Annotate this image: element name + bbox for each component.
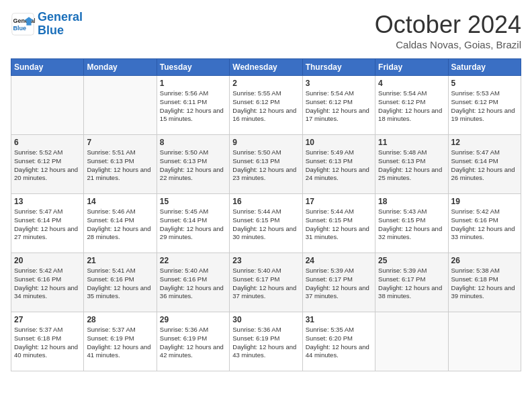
day-info: Sunrise: 5:40 AM Sunset: 6:17 PM Dayligh…	[232, 267, 299, 301]
calendar-week-row: 6Sunrise: 5:52 AM Sunset: 6:12 PM Daylig…	[11, 135, 521, 194]
day-number: 8	[160, 138, 226, 147]
svg-text:General: General	[13, 17, 35, 24]
svg-text:Blue: Blue	[13, 25, 27, 32]
day-info: Sunrise: 5:49 AM Sunset: 6:13 PM Dayligh…	[306, 148, 372, 183]
day-info: Sunrise: 5:44 AM Sunset: 6:15 PM Dayligh…	[232, 208, 299, 242]
table-row	[84, 76, 157, 135]
day-info: Sunrise: 5:37 AM Sunset: 6:19 PM Dayligh…	[87, 326, 153, 360]
table-row: 1Sunrise: 5:56 AM Sunset: 6:11 PM Daylig…	[157, 76, 229, 135]
table-row: 26Sunrise: 5:38 AM Sunset: 6:18 PM Dayli…	[448, 253, 521, 312]
page-header: General Blue General Blue October 2024 C…	[11, 11, 521, 50]
day-info: Sunrise: 5:51 AM Sunset: 6:13 PM Dayligh…	[87, 148, 153, 183]
day-info: Sunrise: 5:46 AM Sunset: 6:14 PM Dayligh…	[87, 208, 153, 242]
calendar-table: Sunday Monday Tuesday Wednesday Thursday…	[11, 58, 521, 371]
day-number: 4	[378, 79, 445, 88]
day-number: 25	[378, 256, 445, 265]
day-number: 6	[14, 138, 81, 147]
table-row: 18Sunrise: 5:43 AM Sunset: 6:15 PM Dayli…	[375, 194, 448, 253]
day-number: 22	[160, 256, 226, 265]
day-info: Sunrise: 5:48 AM Sunset: 6:13 PM Dayligh…	[378, 148, 445, 183]
day-info: Sunrise: 5:47 AM Sunset: 6:14 PM Dayligh…	[451, 148, 518, 183]
day-number: 23	[232, 256, 299, 265]
day-number: 10	[306, 138, 372, 147]
month-title: October 2024	[375, 11, 521, 39]
day-info: Sunrise: 5:50 AM Sunset: 6:13 PM Dayligh…	[232, 148, 299, 183]
logo: General Blue General Blue	[11, 11, 83, 38]
table-row: 13Sunrise: 5:47 AM Sunset: 6:14 PM Dayli…	[11, 194, 84, 253]
day-info: Sunrise: 5:38 AM Sunset: 6:18 PM Dayligh…	[451, 267, 518, 301]
calendar-week-row: 20Sunrise: 5:42 AM Sunset: 6:16 PM Dayli…	[11, 253, 521, 312]
table-row: 25Sunrise: 5:39 AM Sunset: 6:17 PM Dayli…	[375, 253, 448, 312]
day-number: 19	[451, 197, 518, 206]
table-row: 30Sunrise: 5:36 AM Sunset: 6:19 PM Dayli…	[230, 312, 302, 371]
col-thursday: Thursday	[302, 59, 375, 76]
table-row: 20Sunrise: 5:42 AM Sunset: 6:16 PM Dayli…	[11, 253, 84, 312]
table-row: 19Sunrise: 5:42 AM Sunset: 6:16 PM Dayli…	[448, 194, 521, 253]
table-row: 12Sunrise: 5:47 AM Sunset: 6:14 PM Dayli…	[448, 135, 521, 194]
calendar-week-row: 1Sunrise: 5:56 AM Sunset: 6:11 PM Daylig…	[11, 76, 521, 135]
table-row: 24Sunrise: 5:39 AM Sunset: 6:17 PM Dayli…	[302, 253, 375, 312]
table-row: 16Sunrise: 5:44 AM Sunset: 6:15 PM Dayli…	[230, 194, 302, 253]
day-info: Sunrise: 5:47 AM Sunset: 6:14 PM Dayligh…	[14, 208, 81, 242]
day-number: 13	[14, 197, 81, 206]
day-number: 31	[306, 315, 372, 324]
table-row: 8Sunrise: 5:50 AM Sunset: 6:13 PM Daylig…	[157, 135, 229, 194]
calendar-body: 1Sunrise: 5:56 AM Sunset: 6:11 PM Daylig…	[11, 76, 521, 371]
calendar-week-row: 13Sunrise: 5:47 AM Sunset: 6:14 PM Dayli…	[11, 194, 521, 253]
table-row: 23Sunrise: 5:40 AM Sunset: 6:17 PM Dayli…	[230, 253, 302, 312]
day-info: Sunrise: 5:36 AM Sunset: 6:19 PM Dayligh…	[160, 326, 226, 360]
day-number: 28	[87, 315, 153, 324]
logo-blue: Blue	[38, 24, 64, 37]
table-row: 15Sunrise: 5:45 AM Sunset: 6:14 PM Dayli…	[157, 194, 229, 253]
col-friday: Friday	[375, 59, 448, 76]
calendar-header: Sunday Monday Tuesday Wednesday Thursday…	[11, 59, 521, 76]
table-row: 14Sunrise: 5:46 AM Sunset: 6:14 PM Dayli…	[84, 194, 157, 253]
day-info: Sunrise: 5:42 AM Sunset: 6:16 PM Dayligh…	[14, 267, 81, 301]
table-row: 3Sunrise: 5:54 AM Sunset: 6:12 PM Daylig…	[302, 76, 375, 135]
table-row: 31Sunrise: 5:35 AM Sunset: 6:20 PM Dayli…	[302, 312, 375, 371]
day-number: 18	[378, 197, 445, 206]
logo-text: General Blue	[38, 11, 83, 38]
col-wednesday: Wednesday	[230, 59, 302, 76]
day-number: 5	[451, 79, 518, 88]
day-info: Sunrise: 5:42 AM Sunset: 6:16 PM Dayligh…	[451, 208, 518, 242]
day-number: 1	[160, 79, 226, 88]
day-info: Sunrise: 5:39 AM Sunset: 6:17 PM Dayligh…	[306, 267, 372, 301]
day-number: 2	[232, 79, 299, 88]
day-info: Sunrise: 5:50 AM Sunset: 6:13 PM Dayligh…	[160, 148, 226, 183]
day-number: 14	[87, 197, 153, 206]
table-row: 7Sunrise: 5:51 AM Sunset: 6:13 PM Daylig…	[84, 135, 157, 194]
table-row: 28Sunrise: 5:37 AM Sunset: 6:19 PM Dayli…	[84, 312, 157, 371]
col-sunday: Sunday	[11, 59, 84, 76]
day-number: 3	[306, 79, 372, 88]
day-number: 20	[14, 256, 81, 265]
day-info: Sunrise: 5:40 AM Sunset: 6:16 PM Dayligh…	[160, 267, 226, 301]
day-info: Sunrise: 5:41 AM Sunset: 6:16 PM Dayligh…	[87, 267, 153, 301]
table-row	[11, 76, 84, 135]
table-row: 21Sunrise: 5:41 AM Sunset: 6:16 PM Dayli…	[84, 253, 157, 312]
location: Caldas Novas, Goias, Brazil	[375, 39, 521, 50]
day-info: Sunrise: 5:37 AM Sunset: 6:18 PM Dayligh…	[14, 326, 81, 360]
day-info: Sunrise: 5:54 AM Sunset: 6:12 PM Dayligh…	[306, 89, 372, 124]
day-number: 26	[451, 256, 518, 265]
day-number: 11	[378, 138, 445, 147]
col-monday: Monday	[84, 59, 157, 76]
day-number: 21	[87, 256, 153, 265]
day-number: 9	[232, 138, 299, 147]
col-tuesday: Tuesday	[157, 59, 229, 76]
day-info: Sunrise: 5:54 AM Sunset: 6:12 PM Dayligh…	[378, 89, 445, 124]
day-number: 7	[87, 138, 153, 147]
table-row: 9Sunrise: 5:50 AM Sunset: 6:13 PM Daylig…	[230, 135, 302, 194]
day-number: 24	[306, 256, 372, 265]
day-info: Sunrise: 5:56 AM Sunset: 6:11 PM Dayligh…	[160, 89, 226, 124]
header-row: Sunday Monday Tuesday Wednesday Thursday…	[11, 59, 521, 76]
table-row: 2Sunrise: 5:55 AM Sunset: 6:12 PM Daylig…	[230, 76, 302, 135]
day-info: Sunrise: 5:45 AM Sunset: 6:14 PM Dayligh…	[160, 208, 226, 242]
day-info: Sunrise: 5:53 AM Sunset: 6:12 PM Dayligh…	[451, 89, 518, 124]
table-row	[375, 312, 448, 371]
table-row: 11Sunrise: 5:48 AM Sunset: 6:13 PM Dayli…	[375, 135, 448, 194]
day-info: Sunrise: 5:52 AM Sunset: 6:12 PM Dayligh…	[14, 148, 81, 183]
day-number: 29	[160, 315, 226, 324]
table-row: 5Sunrise: 5:53 AM Sunset: 6:12 PM Daylig…	[448, 76, 521, 135]
day-info: Sunrise: 5:39 AM Sunset: 6:17 PM Dayligh…	[378, 267, 445, 301]
